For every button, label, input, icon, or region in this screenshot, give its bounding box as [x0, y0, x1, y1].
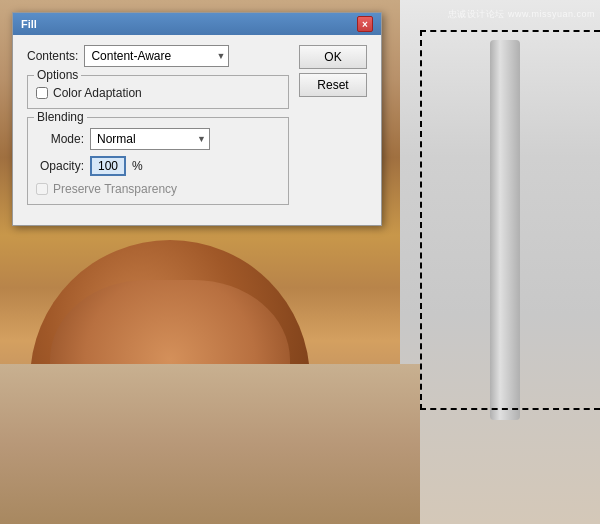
- mode-row: Mode: Normal Dissolve Multiply Screen Ov…: [36, 128, 280, 150]
- color-adaptation-row: Color Adaptation: [36, 86, 280, 100]
- options-group: Options Color Adaptation: [27, 75, 289, 109]
- contents-label: Contents:: [27, 49, 78, 63]
- blending-group: Blending Mode: Normal Dissolve Multiply …: [27, 117, 289, 205]
- contents-left: Contents: Content-Aware Foreground Color…: [27, 45, 229, 67]
- buttons-col: OK Reset: [299, 45, 367, 97]
- opacity-row: Opacity: %: [36, 156, 280, 176]
- dialog-body: Contents: Content-Aware Foreground Color…: [13, 35, 381, 225]
- contents-select[interactable]: Content-Aware Foreground Color Backgroun…: [84, 45, 229, 67]
- mode-select-wrapper: Normal Dissolve Multiply Screen Overlay …: [90, 128, 210, 150]
- main-row: Contents: Content-Aware Foreground Color…: [27, 45, 367, 213]
- contents-row: Contents: Content-Aware Foreground Color…: [27, 45, 289, 67]
- contents-select-wrapper: Content-Aware Foreground Color Backgroun…: [84, 45, 229, 67]
- left-col: Contents: Content-Aware Foreground Color…: [27, 45, 289, 213]
- blending-label: Blending: [34, 110, 87, 124]
- dialog-titlebar: Fill ×: [13, 13, 381, 35]
- opacity-label: Opacity:: [36, 159, 84, 173]
- fill-dialog: Fill × Contents: Content-Aware Foregroun…: [12, 12, 382, 226]
- ok-button[interactable]: OK: [299, 45, 367, 69]
- chair-area: [400, 0, 600, 524]
- color-adaptation-checkbox[interactable]: [36, 87, 48, 99]
- chair-leg: [490, 40, 520, 420]
- reset-button[interactable]: Reset: [299, 73, 367, 97]
- watermark: 忠诚设计论坛 www.missyuan.com: [448, 8, 595, 21]
- opacity-input[interactable]: [90, 156, 126, 176]
- mode-label: Mode:: [36, 132, 84, 146]
- preserve-transparency-checkbox[interactable]: [36, 183, 48, 195]
- dialog-title: Fill: [21, 18, 37, 30]
- mode-select[interactable]: Normal Dissolve Multiply Screen Overlay: [90, 128, 210, 150]
- preserve-transparency-label: Preserve Transparency: [53, 182, 177, 196]
- close-button[interactable]: ×: [357, 16, 373, 32]
- color-adaptation-label: Color Adaptation: [53, 86, 142, 100]
- options-label: Options: [34, 68, 81, 82]
- floor: [0, 364, 420, 524]
- opacity-unit: %: [132, 159, 143, 173]
- preserve-row: Preserve Transparency: [36, 182, 280, 196]
